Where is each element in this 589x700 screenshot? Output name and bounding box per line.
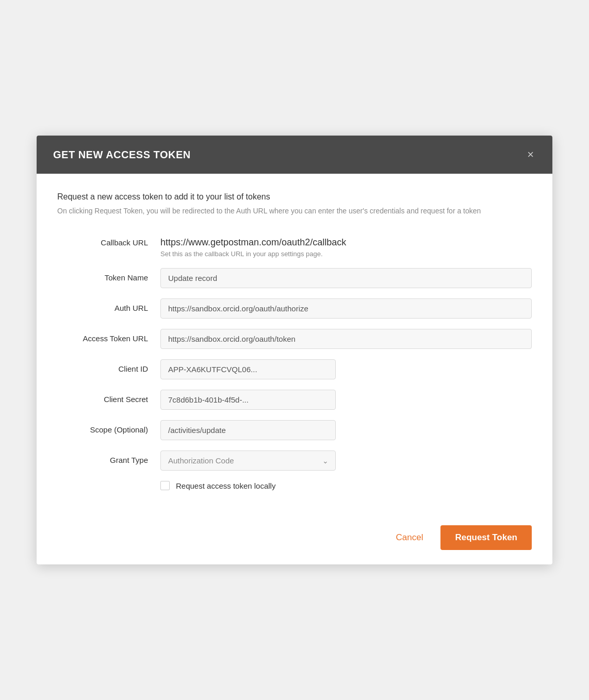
cancel-button[interactable]: Cancel [386, 527, 432, 548]
auth-url-label: Auth URL [57, 298, 160, 312]
token-name-label: Token Name [57, 268, 160, 282]
access-token-url-field-block [160, 329, 532, 349]
client-secret-input[interactable] [160, 390, 336, 410]
request-token-button[interactable]: Request Token [440, 525, 532, 550]
scope-label: Scope (Optional) [57, 420, 160, 434]
access-token-url-label: Access Token URL [57, 329, 160, 343]
client-id-input[interactable] [160, 359, 336, 379]
description-block: Request a new access token to add it to … [57, 192, 532, 216]
callback-url-label: Callback URL [57, 233, 160, 247]
modal-footer: Cancel Request Token [37, 515, 552, 564]
close-button[interactable]: × [525, 147, 536, 162]
modal-header: GET NEW ACCESS TOKEN × [37, 136, 552, 174]
client-secret-field-block [160, 390, 532, 410]
callback-url-field-block: https://www.getpostman.com/oauth2/callba… [160, 233, 532, 258]
access-token-url-input[interactable] [160, 329, 532, 349]
grant-type-field-block: Authorization Code Implicit Password Cre… [160, 451, 532, 471]
description-primary: Request a new access token to add it to … [57, 192, 532, 202]
token-name-row: Token Name [57, 268, 532, 288]
client-secret-row: Client Secret [57, 390, 532, 410]
grant-type-select-wrapper: Authorization Code Implicit Password Cre… [160, 451, 336, 471]
scope-field-block [160, 420, 532, 440]
callback-url-value: https://www.getpostman.com/oauth2/callba… [160, 233, 532, 248]
access-token-url-row: Access Token URL [57, 329, 532, 349]
checkbox-row: Request access token locally [160, 481, 532, 490]
auth-url-row: Auth URL [57, 298, 532, 319]
client-id-field-block [160, 359, 532, 379]
scope-input[interactable] [160, 420, 336, 440]
token-name-input[interactable] [160, 268, 532, 288]
client-id-label: Client ID [57, 359, 160, 373]
form-section: Callback URL https://www.getpostman.com/… [57, 233, 532, 481]
auth-url-field-block [160, 298, 532, 319]
client-id-row: Client ID [57, 359, 532, 379]
auth-url-input[interactable] [160, 298, 532, 319]
callback-url-row: Callback URL https://www.getpostman.com/… [57, 233, 532, 258]
grant-type-row: Grant Type Authorization Code Implicit P… [57, 451, 532, 471]
grant-type-label: Grant Type [57, 451, 160, 464]
modal-body: Request a new access token to add it to … [37, 174, 552, 515]
scope-row: Scope (Optional) [57, 420, 532, 440]
modal-title: GET NEW ACCESS TOKEN [53, 149, 191, 161]
request-locally-checkbox[interactable] [160, 481, 170, 490]
description-secondary: On clicking Request Token, you will be r… [57, 206, 532, 216]
client-secret-label: Client Secret [57, 390, 160, 404]
request-locally-label: Request access token locally [176, 481, 275, 490]
callback-url-hint: Set this as the callback URL in your app… [160, 250, 532, 258]
grant-type-select[interactable]: Authorization Code Implicit Password Cre… [160, 451, 336, 471]
token-name-field-block [160, 268, 532, 288]
modal-container: GET NEW ACCESS TOKEN × Request a new acc… [37, 136, 552, 564]
